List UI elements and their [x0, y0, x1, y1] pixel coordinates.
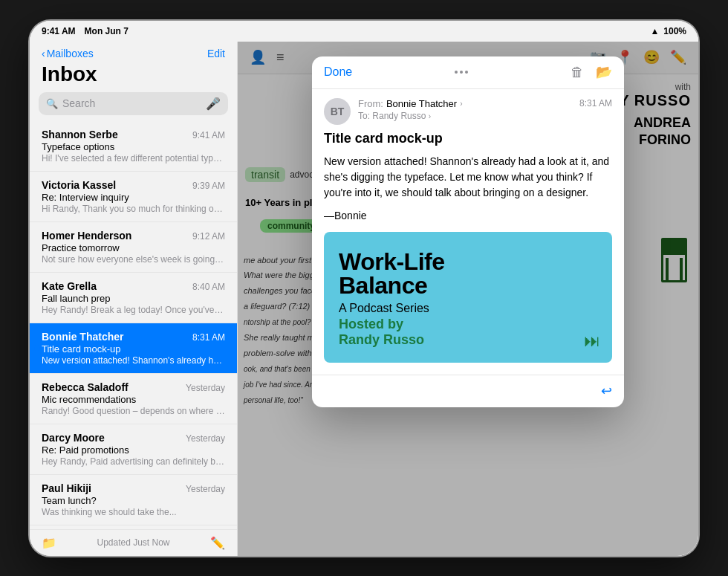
mail-subject: Typeface options [42, 141, 225, 152]
mail-sender: Victoria Kassel [42, 179, 116, 191]
mail-item-1[interactable]: Victoria Kassel 9:39 AM Re: Interview in… [30, 172, 237, 222]
from-details: From: Bonnie Thatcher › To: Randy Russo … [358, 98, 572, 121]
update-status: Updated Just Now [97, 537, 169, 548]
chevron-left-icon: ‹ [42, 48, 45, 59]
dot2 [460, 71, 463, 74]
ipad-frame: 9:41 AM Mon Jun 7 ▲ 100% ‹ Mailboxes Edi… [30, 21, 698, 556]
mail-subject: Fall launch prep [42, 293, 225, 304]
status-bar-left: 9:41 AM Mon Jun 7 [42, 26, 129, 36]
mail-item-7[interactable]: Paul Hikiji Yesterday Team lunch? Was th… [30, 475, 237, 525]
podcast-card: Work-Life Balance A Podcast Series Hoste… [324, 232, 612, 363]
status-bar: 9:41 AM Mon Jun 7 ▲ 100% [30, 21, 698, 42]
mail-time: 8:31 AM [192, 332, 225, 343]
mail-nav: ‹ Mailboxes Edit [30, 42, 237, 62]
back-button[interactable]: ‹ Mailboxes [42, 48, 94, 59]
from-label: From: [358, 98, 383, 109]
mail-sender: Paul Hikiji [42, 482, 91, 494]
from-line: From: Bonnie Thatcher › [358, 98, 572, 109]
mail-time: Yesterday [186, 484, 225, 494]
compose-icon[interactable]: ✏️ [210, 536, 225, 550]
email-body-text: New version attached! Shannon's already … [324, 154, 612, 201]
to-line: To: Randy Russo › [358, 111, 572, 121]
more-options-button[interactable] [455, 71, 468, 74]
status-date: Mon Jun 7 [85, 26, 129, 36]
mail-time: 9:39 AM [192, 181, 225, 191]
modal-toolbar: Done 🗑 📂 [312, 56, 624, 89]
mail-sender: Darcy Moore [42, 432, 105, 444]
modal-footer: ↩ [312, 375, 624, 407]
mail-item-3[interactable]: Kate Grella 8:40 AM Fall launch prep Hey… [30, 273, 237, 323]
podcast-series: A Podcast Series [339, 302, 597, 315]
mail-subject: Re: Interview inquiry [42, 192, 225, 203]
search-placeholder: Search [62, 97, 95, 109]
to-name[interactable]: Randy Russo [372, 111, 426, 121]
mail-item-2[interactable]: Homer Henderson 9:12 AM Practice tomorro… [30, 222, 237, 273]
dot3 [465, 71, 468, 74]
mail-item-0[interactable]: Shannon Serbe 9:41 AM Typeface options H… [30, 121, 237, 172]
modal-actions: 🗑 📂 [571, 64, 612, 80]
battery-status: 100% [663, 26, 686, 36]
podcast-play-button[interactable]: ⏭ [584, 331, 600, 351]
mail-time: 9:12 AM [192, 231, 225, 242]
app-area: ‹ Mailboxes Edit Inbox 🔍 Search 🎤 Shanno… [30, 42, 698, 556]
mail-footer: 📁 Updated Just Now ✏️ [30, 529, 237, 556]
from-name[interactable]: Bonnie Thatcher [386, 98, 457, 109]
podcast-hosted-by: Hosted by Randy Russo [339, 317, 597, 348]
mail-item-5[interactable]: Rebecca Saladoff Yesterday Mic recommend… [30, 374, 237, 424]
mail-item-4[interactable]: Bonnie Thatcher 8:31 AM Title card mock-… [30, 323, 237, 374]
mail-time: Yesterday [186, 433, 225, 444]
inbox-title: Inbox [30, 62, 237, 92]
email-modal: Done 🗑 📂 [312, 56, 624, 407]
folder-icon: 📁 [42, 536, 56, 550]
mail-sender: Bonnie Thatcher [42, 331, 123, 343]
mail-time: Yesterday [186, 383, 225, 393]
email-subject: Title card mock-up [324, 131, 612, 146]
mail-preview: Hey Randy, Paid advertising can definite… [42, 456, 225, 467]
search-bar[interactable]: 🔍 Search 🎤 [39, 92, 228, 115]
mail-subject: Mic recommendations [42, 394, 225, 405]
mail-sender: Homer Henderson [42, 230, 131, 242]
mail-preview: Hey Randy! Break a leg today! Once you'v… [42, 305, 225, 315]
mail-subject: Re: Paid promotions [42, 444, 225, 456]
modal-overlay: Done 🗑 📂 [238, 42, 698, 556]
status-time: 9:41 AM [42, 26, 76, 36]
done-button[interactable]: Done [324, 65, 352, 79]
microphone-icon[interactable]: 🎤 [206, 97, 221, 111]
mail-time: 8:40 AM [192, 282, 225, 292]
edit-button[interactable]: Edit [207, 48, 225, 59]
notes-panel: 👤 ≡ 📷 📍 😊 ✏️ with RA [238, 42, 698, 556]
mail-preview: Not sure how everyone else's week is goi… [42, 254, 225, 265]
unread-dot [34, 345, 40, 351]
podcast-title-line1: Work-Life [339, 250, 597, 274]
wifi-icon: ▲ [650, 26, 659, 36]
mail-preview: Hi! I've selected a few different potent… [42, 153, 225, 164]
mail-sender: Shannon Serbe [42, 129, 118, 140]
mail-list: Shannon Serbe 9:41 AM Typeface options H… [30, 121, 237, 529]
search-icon: 🔍 [46, 98, 58, 109]
folder-move-icon[interactable]: 📂 [596, 64, 612, 80]
from-row: BT From: Bonnie Thatcher › To: Randy Rus… [312, 89, 624, 131]
to-label: To: [358, 111, 370, 121]
mail-item-6[interactable]: Darcy Moore Yesterday Re: Paid promotion… [30, 424, 237, 475]
mail-sidebar: ‹ Mailboxes Edit Inbox 🔍 Search 🎤 Shanno… [30, 42, 238, 556]
mail-sender: Kate Grella [42, 280, 97, 292]
mail-sender: Rebecca Saladoff [42, 381, 129, 393]
mail-preview: Was thinking we should take the... [42, 507, 225, 517]
mail-subject: Team lunch? [42, 495, 225, 506]
mail-preview: New version attached! Shannon's already … [42, 355, 225, 366]
status-bar-right: ▲ 100% [650, 26, 686, 36]
mail-subject: Title card mock-up [42, 343, 225, 355]
podcast-title-line2: Balance [339, 274, 597, 297]
mail-preview: Hi Randy, Thank you so much for thinking… [42, 204, 225, 214]
sender-avatar: BT [324, 98, 351, 125]
from-chevron-icon: › [460, 100, 462, 108]
mail-time: 9:41 AM [192, 130, 225, 140]
to-chevron-icon: › [429, 112, 431, 120]
email-time: 8:31 AM [579, 98, 612, 109]
reply-icon[interactable]: ↩ [601, 383, 612, 399]
mailboxes-link[interactable]: Mailboxes [47, 48, 94, 59]
trash-icon[interactable]: 🗑 [571, 65, 584, 80]
email-body-container: Title card mock-up New version attached!… [312, 131, 624, 375]
mail-preview: Randy! Good question – depends on where … [42, 406, 225, 416]
dot1 [455, 71, 458, 74]
